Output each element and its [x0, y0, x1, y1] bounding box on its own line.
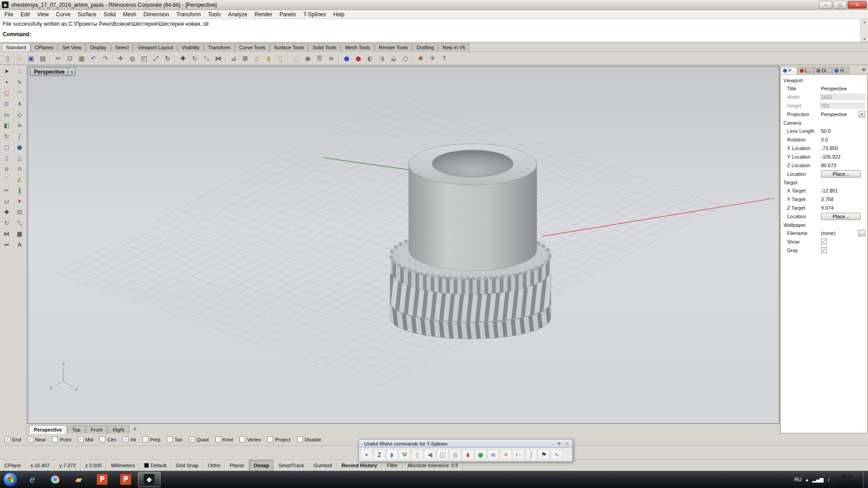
object-properties-button[interactable]: ≡ — [326, 53, 337, 64]
wireframe-viewport-button[interactable]: ○ — [400, 53, 411, 64]
taskbar-clock[interactable]: 20:26 10.05.2019 — [831, 473, 863, 486]
redo-button[interactable]: ↷ — [99, 53, 111, 64]
explorer-icon-button[interactable]: ▰ — [67, 472, 90, 487]
menu-view[interactable]: View — [33, 10, 52, 19]
ie-icon-button[interactable]: e — [20, 472, 43, 487]
toolbar-tab-select[interactable]: Select — [111, 43, 133, 51]
osnap-checkbox-int[interactable]: ✓ — [123, 436, 128, 442]
cut-button[interactable]: ✂ — [52, 53, 64, 64]
sphere-button[interactable]: ● — [14, 142, 26, 152]
ellipse-button[interactable]: ⊙ — [0, 99, 13, 109]
ts-star-button[interactable]: ✳ — [500, 449, 512, 460]
object-snap-button[interactable]: ◇ — [251, 53, 263, 64]
undo-button[interactable]: ↶ — [88, 53, 99, 64]
tsplines-floating-toolbar[interactable]: ▫ Useful Rhino commands for T-Splines ✱ … — [359, 439, 573, 462]
menu-t-splines[interactable]: T-Splines — [300, 10, 330, 19]
unlock-button[interactable]: ▯ — [275, 53, 286, 64]
toolbar-tab-standard[interactable]: Standard — [2, 43, 30, 51]
menu-dimension[interactable]: Dimension — [140, 10, 173, 19]
tray-expand-icon[interactable]: ▴ — [806, 477, 808, 482]
panel-tab-properties[interactable]: P... — [781, 67, 797, 74]
osnap-checkbox-cen[interactable] — [99, 436, 105, 442]
lock-button[interactable]: ▮ — [263, 53, 274, 64]
property-value-z-target[interactable]: 9.074 — [820, 204, 865, 211]
viewport-dropdown-icon[interactable]: ▼ — [68, 68, 75, 75]
status-grid-snap[interactable]: Grid Snap — [171, 460, 203, 471]
panel-tab-layers[interactable]: L... — [797, 67, 814, 74]
property-value-z-location[interactable]: 80.673 — [820, 162, 865, 169]
menu-help[interactable]: Help — [330, 10, 348, 19]
cone-button[interactable]: △ — [14, 153, 26, 163]
show-button[interactable]: ◉ — [302, 53, 313, 64]
status-default[interactable]: Default — [140, 460, 171, 471]
ts-two-button[interactable]: 2 — [373, 449, 385, 460]
property-value-y-target[interactable]: 3.758 — [820, 196, 865, 202]
status-smarttrack[interactable]: SmartTrack — [274, 460, 309, 471]
property-value-projection[interactable]: Perspective — [820, 111, 857, 117]
join-button[interactable]: ⊔ — [0, 196, 13, 206]
viewport-tab-top[interactable]: Top — [67, 425, 85, 434]
property-value-lens-length[interactable]: 50.0 — [820, 127, 865, 134]
ts-wave-button[interactable]: ∿ — [551, 449, 562, 460]
osnap-knot[interactable]: Knot — [215, 436, 233, 442]
status-gumball[interactable]: Gumball — [309, 460, 337, 471]
toolbar-tab-curve-tools[interactable]: Curve Tools — [235, 43, 269, 51]
osnap-project[interactable]: Project — [267, 436, 290, 442]
rectangle-button[interactable]: ▭ — [0, 109, 13, 120]
curve-button[interactable]: ∿ — [14, 77, 26, 87]
status-ortho[interactable]: Ortho — [203, 460, 226, 471]
toolbar-tab-visibility[interactable]: Visibility — [178, 43, 204, 51]
copy-button[interactable]: ⊡ — [64, 53, 75, 64]
viewport-3d-canvas[interactable]: z y x — [28, 66, 779, 423]
menu-transform[interactable]: Transform — [173, 10, 204, 19]
toolbar-close-icon[interactable]: ✕ — [564, 441, 571, 446]
menu-render[interactable]: Render — [251, 10, 276, 19]
place-button[interactable]: Place... — [821, 213, 861, 220]
status-osnap[interactable]: Osnap — [249, 460, 274, 471]
move-button[interactable]: ✚ — [0, 207, 13, 217]
copy-button[interactable]: ⊡ — [14, 207, 26, 217]
ts-column-button[interactable]: ▯ — [411, 449, 423, 460]
viewport-tab-front[interactable]: Front — [86, 425, 108, 434]
network-icon[interactable]: ▂▄▆ — [812, 477, 824, 482]
menu-tools[interactable]: Tools — [204, 10, 224, 19]
text-button[interactable]: A — [14, 239, 26, 250]
scroll-up-icon[interactable]: ▲ — [863, 20, 866, 23]
open-file-button[interactable]: ▱ — [14, 53, 25, 64]
gray-checkbox[interactable]: ✓ — [821, 247, 827, 253]
explode-button[interactable]: ✶ — [14, 196, 26, 206]
menu-panels[interactable]: Panels — [276, 10, 300, 19]
sweep-button[interactable]: ∫ — [14, 131, 26, 141]
save-button[interactable]: ▣ — [25, 53, 37, 64]
points-on-button[interactable]: ∴ — [14, 66, 26, 76]
print-button[interactable]: ▤ — [37, 53, 48, 64]
property-value-x-target[interactable]: -12.801 — [820, 187, 865, 194]
ts-paint-button[interactable]: ◗ — [386, 449, 398, 460]
rotate-button[interactable]: ↻ — [0, 218, 13, 228]
show-desktop-button[interactable] — [863, 471, 868, 488]
rotate-button[interactable]: ↻ — [189, 53, 200, 64]
rotate-view-button[interactable]: ↻ — [162, 53, 173, 64]
toolbar-tab-mesh-tools[interactable]: Mesh Tools — [341, 43, 374, 51]
osnap-disable[interactable]: Disable — [297, 436, 321, 442]
arc-button[interactable]: ◠ — [14, 88, 26, 98]
viewport-pan-icon[interactable]: ✛ — [130, 425, 140, 433]
toolbar-tab-new-in-v5[interactable]: New in V5 — [439, 43, 469, 51]
menu-surface[interactable]: Surface — [74, 10, 100, 19]
toolbar-tab-display[interactable]: Display — [86, 43, 110, 51]
toolbar-tab-solid-tools[interactable]: Solid Tools — [308, 43, 340, 51]
chrome-icon-button[interactable] — [44, 472, 66, 487]
osnap-end[interactable]: ✓End — [5, 436, 21, 442]
ts-pipe-button[interactable]: ∫ — [525, 449, 537, 460]
single-point-button[interactable]: ∙ — [0, 77, 13, 87]
toolbar-tab-viewport-layout[interactable]: Viewport Layout — [133, 43, 177, 51]
layer-dialog-button[interactable]: ☰ — [314, 53, 325, 64]
show-checkbox[interactable]: ✓ — [821, 239, 827, 244]
paste-button[interactable]: ▦ — [76, 53, 87, 64]
maximize-button[interactable]: ▢ — [833, 1, 847, 9]
rhino-icon-button[interactable]: ◆ — [138, 472, 160, 487]
menu-solid[interactable]: Solid — [100, 10, 119, 19]
boolean-difference-button[interactable]: ∩ — [14, 164, 26, 174]
select-button[interactable]: ➤ — [0, 66, 13, 76]
property-value-filename[interactable]: (none) — [820, 230, 856, 236]
